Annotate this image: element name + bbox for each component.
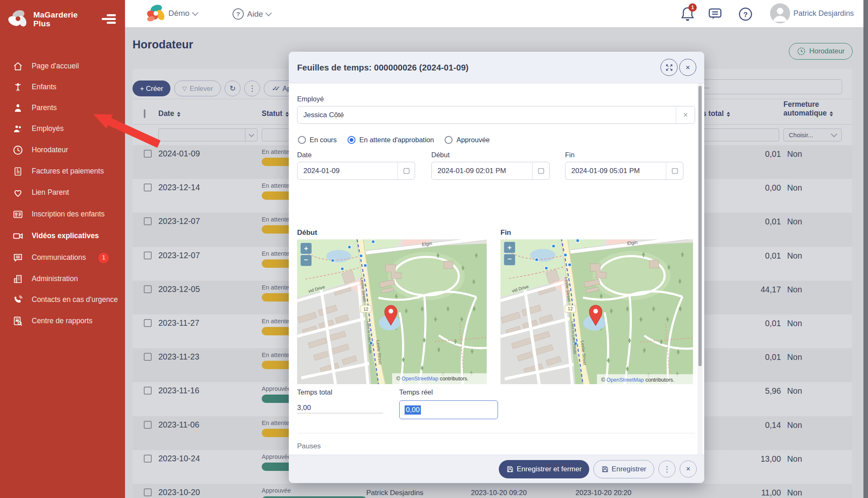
radio-approuvee[interactable]: Approuvée <box>445 136 490 144</box>
sidebar-item-enfants[interactable]: Enfants <box>0 77 125 98</box>
page-scrollbar[interactable] <box>863 0 868 498</box>
cell-total: 0,01 <box>718 319 781 328</box>
menu-toggle-button[interactable] <box>102 13 116 25</box>
map-fin[interactable] <box>500 239 693 384</box>
cell-date: 2023-11-16 <box>158 386 199 395</box>
expand-button[interactable] <box>660 59 678 76</box>
row-checkbox[interactable] <box>144 319 152 327</box>
user-menu[interactable]: Patrick Desjardins <box>770 3 854 23</box>
save-button[interactable]: Enregistrer <box>593 460 654 478</box>
datepicker-button[interactable] <box>532 162 549 179</box>
sort-icon <box>177 112 180 117</box>
close-button[interactable]: × <box>679 59 696 76</box>
map-debut-label: Début <box>297 229 317 237</box>
cell-fermeture: Non <box>787 386 802 396</box>
row-checkbox[interactable] <box>144 353 152 361</box>
phone-icon <box>13 295 23 305</box>
modal-header: Feuilles de temps: 000000026 (2024-01-09… <box>289 52 704 83</box>
sidebar-item-urgence[interactable]: Contacts en cas d'urgence <box>0 289 125 310</box>
calendar-icon <box>537 167 545 175</box>
create-button[interactable]: + Créer <box>133 80 170 96</box>
sidebar-item-lien-parent[interactable]: Lien Parent <box>0 182 125 204</box>
fin-input[interactable]: 2024-01-09 05:01 PM <box>565 162 683 180</box>
clear-button[interactable]: × <box>676 106 695 123</box>
expand-icon <box>665 63 673 72</box>
row-checkbox[interactable] <box>144 488 152 496</box>
filter-fermeture-select[interactable]: Choisir... <box>783 128 842 141</box>
support-button[interactable]: ? <box>738 7 753 21</box>
date-input[interactable]: 2024-01-09 <box>297 162 415 180</box>
cell-total: 0,14 <box>718 420 781 430</box>
more-actions-button[interactable]: ⋮ <box>658 460 675 478</box>
question-circle-icon: ? <box>738 7 753 21</box>
sidebar-item-communications[interactable]: Communications 1 <box>0 247 125 269</box>
id-card-icon <box>13 209 23 220</box>
modal-scrollbar[interactable] <box>698 83 703 455</box>
row-checkbox[interactable] <box>144 387 152 395</box>
row-checkbox[interactable] <box>144 285 152 293</box>
sidebar-item-factures[interactable]: $ Factures et paiements <box>0 161 125 182</box>
refresh-icon: ↻ <box>230 84 236 93</box>
help-icon: ? <box>233 8 244 20</box>
debut-input[interactable]: 2024-01-09 02:01 PM <box>431 162 550 180</box>
remove-button[interactable]: ▽Enlever <box>174 80 221 96</box>
radio-en-cours[interactable]: En cours <box>298 136 337 144</box>
modal-body: Employé Jessica Côté × En cours En atten… <box>289 83 704 455</box>
horodateur-button[interactable]: Horodateur <box>789 43 853 60</box>
org-switcher[interactable]: Démo <box>146 4 198 23</box>
filter-date-input[interactable] <box>158 128 258 141</box>
close-modal-button[interactable]: × <box>680 460 697 478</box>
scrollbar-thumb[interactable] <box>698 86 702 366</box>
filter-icon: ▽ <box>182 85 187 92</box>
modal-footer: Enregistrer et fermer Enregistrer ⋮ × <box>289 455 704 483</box>
cell-date: 2023-12-07 <box>158 251 200 260</box>
temps-total-label: Temps total <box>297 388 332 396</box>
datepicker-button[interactable] <box>666 162 683 179</box>
row-checkbox[interactable] <box>144 217 152 225</box>
chat-bubble-icon <box>13 252 23 263</box>
row-checkbox[interactable] <box>144 184 152 191</box>
datepicker-button[interactable] <box>398 162 415 179</box>
sort-icon <box>830 111 833 117</box>
cell-total: 44,17 <box>718 285 781 294</box>
cell-fermeture: Non <box>787 149 802 159</box>
sidebar-item-accueil[interactable]: Page d'accueil <box>0 56 125 77</box>
column-header-date[interactable]: Date <box>158 109 180 118</box>
org-logo-icon <box>146 4 165 23</box>
sidebar-item-videos[interactable]: Vidéos explicatives <box>0 225 125 247</box>
more-actions-button[interactable]: ⋮ <box>244 80 260 96</box>
topbar: Démo ? Aide 1 ? <box>125 0 868 28</box>
video-icon <box>13 231 23 241</box>
temps-reel-input[interactable]: 0,00 <box>399 400 498 419</box>
temps-reel-label: Temps réel <box>399 388 433 396</box>
communications-badge: 1 <box>98 253 109 263</box>
column-header-statut[interactable]: Statut <box>262 109 289 118</box>
notifications-button[interactable]: 1 <box>680 6 695 22</box>
save-close-button[interactable]: Enregistrer et fermer <box>499 460 589 478</box>
dropdown-toggle[interactable] <box>245 129 257 141</box>
parent-icon <box>13 103 23 113</box>
row-checkbox[interactable] <box>144 150 152 158</box>
row-checkbox[interactable] <box>144 455 152 463</box>
cell-date: 2023-11-23 <box>158 352 199 362</box>
cell-fermeture: Non <box>787 488 802 498</box>
map-debut[interactable] <box>297 239 487 384</box>
messages-button[interactable] <box>708 7 723 22</box>
calendar-icon <box>403 167 410 175</box>
annotation-arrow <box>90 100 160 150</box>
column-header-fermeture[interactable]: Fermeture automatique <box>783 100 833 118</box>
brand-name: MaGarderiePlus <box>33 10 78 28</box>
help-menu[interactable]: ? Aide <box>233 8 271 20</box>
employe-input[interactable]: Jessica Côté × <box>297 106 695 124</box>
sidebar-item-administration[interactable]: Administration <box>0 269 125 289</box>
sidebar-item-inscription[interactable]: Inscription des enfants <box>0 204 125 225</box>
row-checkbox[interactable] <box>144 421 152 429</box>
row-checkbox[interactable] <box>144 252 152 259</box>
table-row[interactable]: 2023-10-20 Approuvée Patrick Desjardins … <box>133 484 852 498</box>
sidebar-item-rapports[interactable]: Centre de rapports <box>0 310 125 332</box>
people-icon <box>13 124 23 134</box>
radio-en-attente[interactable]: En attente d'approbation <box>348 136 434 144</box>
cell-fermeture: Non <box>787 285 802 294</box>
refresh-button[interactable]: ↻ <box>225 80 240 96</box>
page-title: Horodateur <box>133 38 193 51</box>
